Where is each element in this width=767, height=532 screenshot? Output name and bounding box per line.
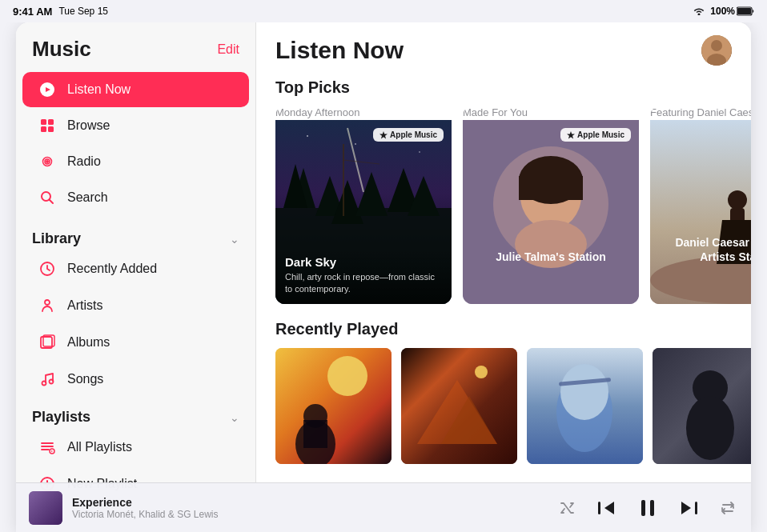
card2-badge: Apple Music xyxy=(560,128,631,142)
repeat-button[interactable] xyxy=(717,498,738,518)
playlists-label: Playlists xyxy=(32,409,90,426)
app-container: Music Edit Listen Now Browse xyxy=(16,22,751,532)
sidebar-item-songs[interactable]: Songs xyxy=(22,362,249,397)
next-button[interactable] xyxy=(677,498,701,518)
main-header: Listen Now xyxy=(256,22,751,72)
sidebar-header: Music Edit xyxy=(16,22,255,68)
wifi-icon xyxy=(693,6,705,18)
album-card-1[interactable] xyxy=(275,348,392,464)
search-icon xyxy=(38,189,56,206)
top-picks-grid: Monday Afternoon xyxy=(256,100,751,317)
now-playing-info: Experience Victoria Monét, Khalid & SG L… xyxy=(72,496,548,520)
now-playing-title: Experience xyxy=(72,496,548,509)
svg-point-26 xyxy=(711,40,722,51)
battery-icon: 100% xyxy=(710,6,754,17)
card2-sublabel: Made For You xyxy=(463,106,639,120)
sidebar-item-artists[interactable]: Artists xyxy=(22,288,249,323)
album-card-3[interactable] xyxy=(527,348,643,464)
card1-badge: Apple Music xyxy=(373,128,444,142)
listen-now-label: Listen Now xyxy=(67,82,131,97)
library-label: Library xyxy=(32,230,81,247)
svg-rect-74 xyxy=(598,502,600,514)
sidebar-item-listen-now[interactable]: Listen Now xyxy=(22,72,249,107)
search-label: Search xyxy=(67,190,108,205)
listen-now-icon xyxy=(38,81,56,98)
card2-text: Julie Talma's Station xyxy=(463,243,639,272)
previous-button[interactable] xyxy=(594,498,618,518)
shuffle-button[interactable] xyxy=(557,499,578,517)
svg-marker-77 xyxy=(681,502,691,514)
svg-point-63 xyxy=(475,366,488,378)
edit-button[interactable]: Edit xyxy=(217,42,239,57)
svg-rect-78 xyxy=(695,502,697,514)
top-picks-title: Top Picks xyxy=(275,78,350,96)
player-controls xyxy=(557,494,738,522)
svg-rect-76 xyxy=(650,500,654,516)
sidebar-title: Music xyxy=(32,37,91,62)
svg-rect-4 xyxy=(41,119,46,125)
status-date: Tue Sep 15 xyxy=(58,6,108,17)
svg-marker-21 xyxy=(51,450,53,452)
albums-label: Albums xyxy=(67,335,110,350)
radio-icon xyxy=(38,153,56,170)
artists-label: Artists xyxy=(67,298,102,313)
svg-marker-73 xyxy=(604,502,614,514)
card1-text: Dark Sky Chill, arty rock in repose—from… xyxy=(275,249,452,304)
top-picks-header: Top Picks xyxy=(256,72,751,100)
album-art-2 xyxy=(401,348,517,464)
recently-added-label: Recently Added xyxy=(67,262,157,276)
sidebar-item-radio[interactable]: Radio xyxy=(22,144,249,179)
album-card-4[interactable] xyxy=(653,348,751,464)
songs-icon xyxy=(38,370,56,388)
recently-added-icon xyxy=(38,260,56,278)
library-chevron-icon[interactable]: ⌄ xyxy=(230,233,239,246)
sidebar-item-albums[interactable]: Albums xyxy=(22,325,249,360)
card1-sublabel: Monday Afternoon xyxy=(275,106,452,120)
svg-rect-75 xyxy=(641,500,645,516)
sidebar-item-browse[interactable]: Browse xyxy=(22,108,249,143)
radio-label: Radio xyxy=(67,154,101,169)
svg-point-70 xyxy=(686,396,734,460)
status-time: 9:41 AM xyxy=(13,6,52,18)
svg-rect-72 xyxy=(29,491,62,525)
playlists-chevron-icon[interactable]: ⌄ xyxy=(230,411,239,424)
svg-point-8 xyxy=(46,160,49,163)
avatar-image xyxy=(701,35,732,66)
svg-line-10 xyxy=(50,200,54,204)
all-playlists-label: All Playlists xyxy=(67,440,132,454)
status-bar: 9:41 AM Tue Sep 15 100% xyxy=(0,0,767,22)
sidebar-item-all-playlists[interactable]: All Playlists xyxy=(22,430,249,465)
sidebar-item-search[interactable]: Search xyxy=(22,180,249,215)
card3-sublabel: Featuring Daniel Caesar xyxy=(650,106,751,120)
album-card-2[interactable] xyxy=(401,348,517,464)
svg-point-53 xyxy=(728,190,747,210)
browse-label: Browse xyxy=(67,118,110,133)
svg-point-56 xyxy=(327,356,367,396)
now-playing-thumbnail[interactable] xyxy=(29,491,62,525)
svg-rect-48 xyxy=(519,176,583,200)
svg-point-30 xyxy=(355,143,356,145)
svg-point-12 xyxy=(45,300,50,305)
album-art-3 xyxy=(527,348,643,464)
svg-rect-1 xyxy=(737,8,751,14)
all-playlists-icon xyxy=(38,438,56,456)
now-playing-artist: Victoria Monét, Khalid & SG Lewis xyxy=(72,509,548,520)
albums-icon xyxy=(38,334,56,351)
page-title: Listen Now xyxy=(275,37,404,64)
card-dark-sky[interactable]: Monday Afternoon xyxy=(275,106,452,304)
card-daniel[interactable]: Featuring Daniel Caesar xyxy=(650,106,751,304)
svg-rect-7 xyxy=(48,126,54,132)
sidebar: Music Edit Listen Now Browse xyxy=(16,22,256,532)
sidebar-item-recently-added[interactable]: Recently Added xyxy=(22,251,249,286)
svg-rect-6 xyxy=(41,126,46,132)
recently-played-header: Recently Played xyxy=(256,317,751,342)
sidebar-nav: Listen Now Browse Radio Se xyxy=(16,68,255,219)
songs-label: Songs xyxy=(67,372,103,386)
status-right-icons: 100% xyxy=(693,6,754,18)
browse-icon xyxy=(38,117,56,134)
avatar[interactable] xyxy=(701,35,732,66)
pause-button[interactable] xyxy=(634,494,661,522)
card-julie[interactable]: Made For You xyxy=(463,106,639,304)
card1-art: Apple Music Dark Sky Chill, arty rock in… xyxy=(275,120,452,304)
svg-rect-59 xyxy=(303,420,327,448)
